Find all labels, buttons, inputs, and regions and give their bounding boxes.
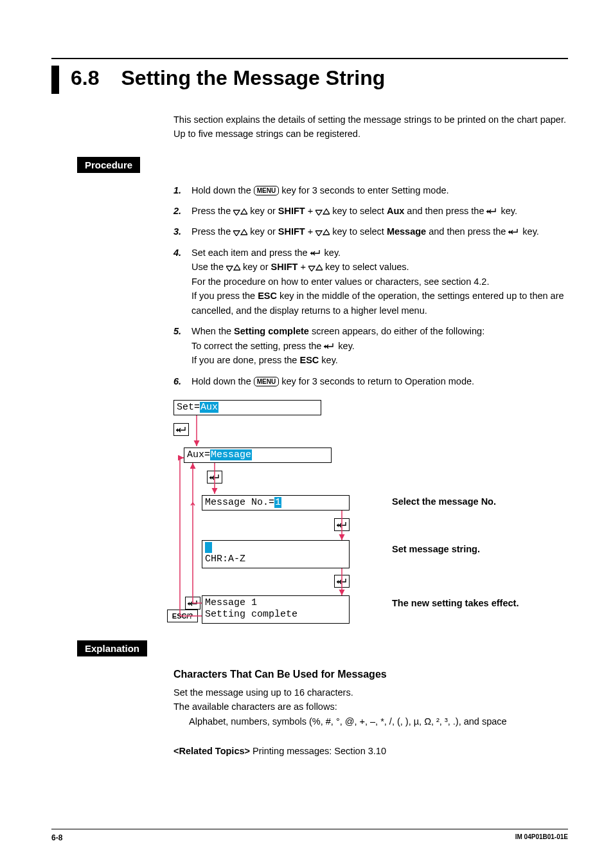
title-bar: [51, 66, 59, 94]
enter-icon: [310, 249, 322, 257]
caption-effect: The new setting takes effect.: [392, 598, 519, 608]
updown-icon: [315, 208, 330, 215]
step-1: 1. Hold down the MENU key for 3 seconds …: [173, 183, 568, 197]
updown-icon: [233, 228, 247, 236]
step-body: Press the key or SHIFT + key to select M…: [191, 224, 568, 239]
step-2: 2. Press the key or SHIFT + key to selec…: [173, 204, 568, 218]
caption-set-string: Set message string.: [392, 544, 480, 554]
step-body: Set each item and press the key. Use the…: [191, 246, 568, 318]
updown-icon: [315, 228, 330, 236]
explanation-line: Set the message using up to 16 character…: [173, 685, 568, 700]
step-4: 4. Set each item and press the key. Use …: [173, 246, 568, 318]
explanation-line: The available characters are as follows:: [173, 700, 568, 714]
section-title: Setting the Message String: [121, 66, 385, 90]
lcd-chr: CHR:A-Z: [202, 540, 350, 568]
lcd-set: Set=Aux: [173, 400, 321, 415]
explanation-chars: Alphabet, numbers, symbols (%, #, °, @, …: [189, 714, 568, 728]
explanation-body: Characters That Can Be Used for Messages…: [173, 667, 568, 759]
updown-icon: [233, 208, 247, 215]
section-heading: 6.8 Setting the Message String: [51, 66, 568, 94]
updown-icon: [226, 264, 240, 271]
explanation-heading: Characters That Can Be Used for Messages: [173, 667, 568, 683]
step-6: 6. Hold down the MENU key for 3 seconds …: [173, 374, 568, 388]
step-number: 1.: [173, 183, 191, 197]
step-body: Hold down the MENU key for 3 seconds to …: [191, 183, 568, 197]
step-5: 5. When the Setting complete screen appe…: [173, 324, 568, 367]
page-number: 6-8: [51, 833, 62, 842]
updown-icon: [308, 264, 323, 271]
flow-diagram: Set=Aux Aux=Message Message No.=1 Select…: [173, 400, 578, 625]
step-body: When the Setting complete screen appears…: [191, 324, 568, 367]
section-number: 6.8: [71, 66, 99, 90]
step-number: 5.: [173, 324, 191, 367]
related-topics: <Related Topics> Printing messages: Sect…: [173, 744, 568, 758]
enter-icon: [508, 228, 520, 236]
procedure-steps: 1. Hold down the MENU key for 3 seconds …: [173, 183, 568, 389]
title-rule: [51, 58, 568, 59]
step-number: 4.: [173, 246, 191, 318]
procedure-label: Procedure: [77, 157, 140, 173]
lcd-message-no: Message No.=1: [202, 495, 350, 511]
doc-id: IM 04P01B01-01E: [515, 833, 568, 842]
caption-select-no: Select the message No.: [392, 496, 496, 507]
step-3: 3. Press the key or SHIFT + key to selec…: [173, 224, 568, 239]
step-body: Press the key or SHIFT + key to select A…: [191, 204, 568, 218]
enter-icon: [324, 343, 335, 350]
step-number: 6.: [173, 374, 191, 388]
enter-box-icon: [173, 423, 189, 436]
step-number: 3.: [173, 224, 191, 239]
lcd-complete: Message 1 Setting complete: [202, 595, 350, 624]
step-number: 2.: [173, 204, 191, 218]
enter-icon: [486, 208, 498, 215]
page-footer: 6-8 IM 04P01B01-01E: [51, 829, 568, 842]
menu-key-icon: MENU: [254, 377, 279, 386]
step-body: Hold down the MENU key for 3 seconds to …: [191, 374, 568, 388]
lcd-aux: Aux=Message: [184, 448, 332, 463]
intro-paragraph: This section explains the details of set…: [173, 113, 568, 141]
menu-key-icon: MENU: [254, 186, 279, 195]
explanation-label: Explanation: [77, 640, 147, 656]
